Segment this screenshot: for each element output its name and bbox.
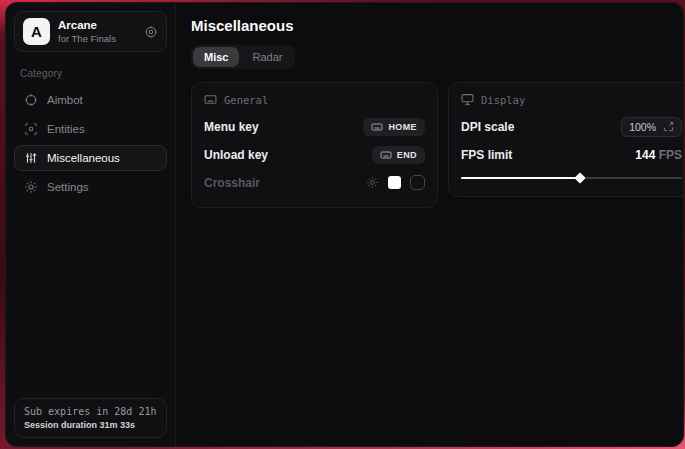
dpi-scale-row: DPI scale 100% <box>461 114 682 139</box>
gear-icon <box>24 180 38 194</box>
dpi-scale-label: DPI scale <box>461 120 514 134</box>
sidebar: A Arcane for The Finals Category <box>6 3 176 446</box>
crosshair-checkbox[interactable] <box>410 175 425 190</box>
app-logo: A <box>23 18 50 45</box>
sidebar-item-label: Aimbot <box>47 94 83 106</box>
menu-key-row: Menu key HOME <box>204 114 425 139</box>
keyboard-icon <box>380 149 392 161</box>
fps-limit-slider[interactable] <box>461 172 682 184</box>
crosshair-row: Crosshair <box>204 170 425 195</box>
sidebar-item-aimbot[interactable]: Aimbot <box>14 87 167 113</box>
display-card: Display DPI scale 100% <box>448 82 684 197</box>
unload-key-bind-button[interactable]: END <box>372 146 425 164</box>
monitor-icon <box>461 93 474 106</box>
fps-limit-value: 144 <box>635 148 655 162</box>
crosshair-color-swatch[interactable] <box>388 176 401 189</box>
crosshair-label: Crosshair <box>204 176 260 190</box>
session-duration-text: Session duration 31m 33s <box>24 420 157 430</box>
dpi-scale-value: 100% <box>629 121 656 133</box>
app-header-card: A Arcane for The Finals <box>14 11 167 52</box>
card-title: Display <box>481 94 525 106</box>
sidebar-item-label: Entities <box>47 123 85 135</box>
sub-expires-text: Sub expires in 28d 21h <box>24 406 157 417</box>
sidebar-item-label: Miscellaneous <box>47 152 120 164</box>
app-name: Arcane <box>58 18 136 32</box>
sliders-icon <box>24 151 38 165</box>
dpi-scale-select[interactable]: 100% <box>621 117 682 137</box>
sidebar-item-entities[interactable]: Entities <box>14 116 167 142</box>
sidebar-item-settings[interactable]: Settings <box>14 174 167 200</box>
sidebar-item-miscellaneous[interactable]: Miscellaneous <box>14 145 167 171</box>
fps-slider-fill <box>461 177 580 179</box>
fps-limit-label: FPS limit <box>461 148 512 162</box>
sidebar-item-label: Settings <box>47 181 89 193</box>
tab-misc[interactable]: Misc <box>193 47 239 67</box>
crosshair-icon <box>24 93 38 107</box>
gear-icon[interactable] <box>366 176 379 189</box>
scaling-icon <box>663 121 674 132</box>
keyboard-icon <box>371 121 383 133</box>
menu-key-bind-button[interactable]: HOME <box>363 118 425 136</box>
menu-key-value: HOME <box>388 122 417 132</box>
unload-key-label: Unload key <box>204 148 268 162</box>
main-content: Miscellaneous Misc Radar General <box>176 3 684 446</box>
app-window: A Arcane for The Finals Category <box>5 2 684 447</box>
tab-radar[interactable]: Radar <box>241 47 293 67</box>
menu-key-label: Menu key <box>204 120 259 134</box>
general-card: General Menu key HOME Unload key <box>191 82 438 208</box>
page-title: Miscellaneous <box>191 17 684 34</box>
unload-key-row: Unload key END <box>204 142 425 167</box>
scan-icon <box>24 122 38 136</box>
keyboard-icon <box>204 93 217 106</box>
fps-limit-unit: FPS <box>659 148 682 162</box>
card-title: General <box>224 94 268 106</box>
target-icon[interactable] <box>144 25 158 39</box>
subscription-info-box: Sub expires in 28d 21h Session duration … <box>14 398 167 438</box>
cards-row: General Menu key HOME Unload key <box>191 82 684 208</box>
unload-key-value: END <box>397 150 417 160</box>
slider-thumb[interactable] <box>575 172 586 183</box>
fps-limit-row: FPS limit 144 FPS <box>461 142 682 167</box>
app-subtitle: for The Finals <box>58 33 136 45</box>
category-label: Category <box>20 68 161 79</box>
tab-bar: Misc Radar <box>191 45 295 69</box>
sidebar-nav: Aimbot Entities <box>14 87 167 200</box>
